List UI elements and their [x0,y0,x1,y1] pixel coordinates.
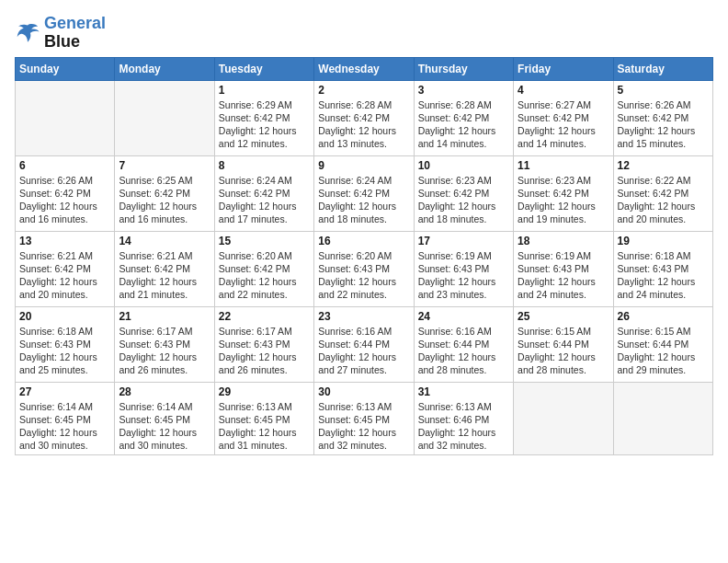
day-number: 11 [518,159,609,172]
calendar-header: SundayMondayTuesdayWednesdayThursdayFrid… [16,57,713,80]
day-number: 10 [418,159,509,172]
calendar-cell [613,382,712,455]
day-number: 20 [19,310,110,323]
day-detail: Sunrise: 6:18 AM Sunset: 6:43 PM Dayligh… [19,325,110,377]
calendar-cell: 16Sunrise: 6:20 AM Sunset: 6:43 PM Dayli… [314,231,414,306]
day-number: 22 [219,310,310,323]
calendar-cell: 12Sunrise: 6:22 AM Sunset: 6:42 PM Dayli… [613,155,712,231]
day-number: 18 [518,235,609,247]
calendar-cell: 11Sunrise: 6:23 AM Sunset: 6:42 PM Dayli… [514,155,613,231]
calendar-cell: 19Sunrise: 6:18 AM Sunset: 6:43 PM Dayli… [613,231,712,306]
day-number: 7 [119,159,210,172]
day-detail: Sunrise: 6:22 AM Sunset: 6:42 PM Dayligh… [618,174,709,226]
calendar-cell: 10Sunrise: 6:23 AM Sunset: 6:42 PM Dayli… [414,155,513,231]
day-detail: Sunrise: 6:13 AM Sunset: 6:45 PM Dayligh… [219,400,310,453]
day-detail: Sunrise: 6:15 AM Sunset: 6:44 PM Dayligh… [518,325,609,377]
day-detail: Sunrise: 6:24 AM Sunset: 6:42 PM Dayligh… [318,174,409,226]
calendar-cell: 9Sunrise: 6:24 AM Sunset: 6:42 PM Daylig… [314,155,414,231]
logo: GeneralBlue [15,15,106,52]
day-number: 29 [219,385,310,398]
day-detail: Sunrise: 6:21 AM Sunset: 6:42 PM Dayligh… [19,249,110,302]
day-number: 9 [318,159,409,172]
day-number: 21 [119,310,210,323]
calendar-cell: 8Sunrise: 6:24 AM Sunset: 6:42 PM Daylig… [214,155,313,231]
logo-icon [15,20,40,46]
day-number: 15 [219,235,310,247]
day-detail: Sunrise: 6:23 AM Sunset: 6:42 PM Dayligh… [518,174,609,226]
calendar-cell: 31Sunrise: 6:13 AM Sunset: 6:46 PM Dayli… [414,382,513,455]
day-detail: Sunrise: 6:17 AM Sunset: 6:43 PM Dayligh… [219,325,310,377]
calendar-cell [115,80,214,155]
day-number: 24 [418,310,509,323]
day-detail: Sunrise: 6:23 AM Sunset: 6:42 PM Dayligh… [418,174,509,226]
day-detail: Sunrise: 6:20 AM Sunset: 6:43 PM Dayligh… [318,249,409,302]
calendar-cell: 13Sunrise: 6:21 AM Sunset: 6:42 PM Dayli… [16,231,115,306]
day-detail: Sunrise: 6:18 AM Sunset: 6:43 PM Dayligh… [618,249,709,302]
day-detail: Sunrise: 6:16 AM Sunset: 6:44 PM Dayligh… [318,325,409,377]
logo-text: GeneralBlue [44,15,106,52]
day-number: 12 [618,159,709,172]
calendar-cell: 24Sunrise: 6:16 AM Sunset: 6:44 PM Dayli… [414,306,513,382]
day-number: 4 [518,84,609,97]
day-detail: Sunrise: 6:28 AM Sunset: 6:42 PM Dayligh… [418,98,509,151]
weekday-header: Monday [115,57,214,80]
calendar-cell: 3Sunrise: 6:28 AM Sunset: 6:42 PM Daylig… [414,80,513,155]
day-number: 16 [318,235,409,247]
day-detail: Sunrise: 6:21 AM Sunset: 6:42 PM Dayligh… [119,249,210,302]
day-number: 30 [318,385,409,398]
day-number: 5 [618,84,709,97]
calendar-cell: 23Sunrise: 6:16 AM Sunset: 6:44 PM Dayli… [314,306,414,382]
calendar-cell: 14Sunrise: 6:21 AM Sunset: 6:42 PM Dayli… [115,231,214,306]
calendar-cell: 7Sunrise: 6:25 AM Sunset: 6:42 PM Daylig… [115,155,214,231]
weekday-header: Thursday [414,57,513,80]
day-number: 17 [418,235,509,247]
calendar-week-row: 6Sunrise: 6:26 AM Sunset: 6:42 PM Daylig… [16,155,713,231]
calendar-cell: 1Sunrise: 6:29 AM Sunset: 6:42 PM Daylig… [214,80,313,155]
day-number: 14 [119,235,210,247]
day-detail: Sunrise: 6:13 AM Sunset: 6:46 PM Dayligh… [418,400,509,453]
calendar-cell: 25Sunrise: 6:15 AM Sunset: 6:44 PM Dayli… [514,306,613,382]
calendar-week-row: 13Sunrise: 6:21 AM Sunset: 6:42 PM Dayli… [16,231,713,306]
day-number: 6 [19,159,110,172]
calendar-cell: 6Sunrise: 6:26 AM Sunset: 6:42 PM Daylig… [16,155,115,231]
day-detail: Sunrise: 6:13 AM Sunset: 6:45 PM Dayligh… [318,400,409,453]
weekday-header: Saturday [613,57,712,80]
day-detail: Sunrise: 6:29 AM Sunset: 6:42 PM Dayligh… [219,98,310,151]
day-detail: Sunrise: 6:19 AM Sunset: 6:43 PM Dayligh… [518,249,609,302]
calendar-cell: 28Sunrise: 6:14 AM Sunset: 6:45 PM Dayli… [115,382,214,455]
day-detail: Sunrise: 6:19 AM Sunset: 6:43 PM Dayligh… [418,249,509,302]
day-detail: Sunrise: 6:26 AM Sunset: 6:42 PM Dayligh… [19,174,110,226]
calendar-week-row: 20Sunrise: 6:18 AM Sunset: 6:43 PM Dayli… [16,306,713,382]
calendar-cell [514,382,613,455]
calendar-cell: 2Sunrise: 6:28 AM Sunset: 6:42 PM Daylig… [314,80,414,155]
day-number: 28 [119,385,210,398]
calendar-cell: 17Sunrise: 6:19 AM Sunset: 6:43 PM Dayli… [414,231,513,306]
day-detail: Sunrise: 6:15 AM Sunset: 6:44 PM Dayligh… [618,325,709,377]
calendar-cell: 4Sunrise: 6:27 AM Sunset: 6:42 PM Daylig… [514,80,613,155]
day-number: 1 [219,84,310,97]
day-detail: Sunrise: 6:27 AM Sunset: 6:42 PM Dayligh… [518,98,609,151]
day-detail: Sunrise: 6:17 AM Sunset: 6:43 PM Dayligh… [119,325,210,377]
calendar-cell: 15Sunrise: 6:20 AM Sunset: 6:42 PM Dayli… [214,231,313,306]
calendar-cell [16,80,115,155]
calendar-cell: 26Sunrise: 6:15 AM Sunset: 6:44 PM Dayli… [613,306,712,382]
calendar-week-row: 1Sunrise: 6:29 AM Sunset: 6:42 PM Daylig… [16,80,713,155]
day-number: 27 [19,385,110,398]
calendar-cell: 5Sunrise: 6:26 AM Sunset: 6:42 PM Daylig… [613,80,712,155]
day-detail: Sunrise: 6:20 AM Sunset: 6:42 PM Dayligh… [219,249,310,302]
day-number: 31 [418,385,509,398]
day-number: 26 [618,310,709,323]
calendar-cell: 21Sunrise: 6:17 AM Sunset: 6:43 PM Dayli… [115,306,214,382]
day-detail: Sunrise: 6:14 AM Sunset: 6:45 PM Dayligh… [119,400,210,453]
day-number: 19 [618,235,709,247]
weekday-header: Sunday [16,57,115,80]
day-number: 13 [19,235,110,247]
calendar-cell: 18Sunrise: 6:19 AM Sunset: 6:43 PM Dayli… [514,231,613,306]
calendar-cell: 22Sunrise: 6:17 AM Sunset: 6:43 PM Dayli… [214,306,313,382]
day-detail: Sunrise: 6:26 AM Sunset: 6:42 PM Dayligh… [618,98,709,151]
day-number: 8 [219,159,310,172]
weekday-header: Wednesday [314,57,414,80]
calendar-table: SundayMondayTuesdayWednesdayThursdayFrid… [15,57,713,456]
day-detail: Sunrise: 6:28 AM Sunset: 6:42 PM Dayligh… [318,98,409,151]
weekday-header: Tuesday [214,57,313,80]
